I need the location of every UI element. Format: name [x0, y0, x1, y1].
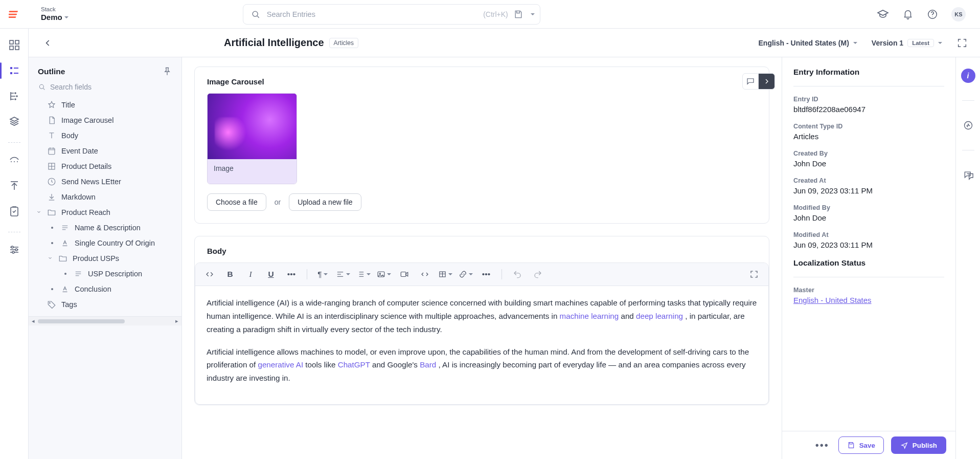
- chevron-down-icon[interactable]: [47, 254, 53, 263]
- bullet-icon: •: [49, 224, 55, 232]
- bell-icon[interactable]: [902, 9, 914, 20]
- rail-dashboard[interactable]: [8, 39, 20, 51]
- video-icon[interactable]: [397, 267, 412, 281]
- grid-icon: [47, 162, 56, 171]
- more-formatting-icon[interactable]: •••: [284, 267, 299, 281]
- info-tab-activity[interactable]: [961, 118, 975, 133]
- svg-point-25: [379, 273, 380, 274]
- rail-content-types[interactable]: [8, 90, 20, 102]
- outline-item-label: Product USPs: [73, 254, 119, 263]
- outline-h-scrollbar[interactable]: ◂ ▸: [29, 316, 181, 325]
- outline-item-tags[interactable]: Tags: [32, 297, 178, 312]
- modified-by-value: John Doe: [793, 213, 944, 222]
- scroll-left-icon[interactable]: ◂: [32, 318, 35, 324]
- rich-text-editor: B I U ••• ¶: [195, 263, 769, 405]
- outline-item-conclusion[interactable]: •Conclusion: [32, 281, 178, 297]
- code-view-icon[interactable]: [202, 267, 217, 281]
- paragraph-icon[interactable]: ¶: [315, 267, 330, 281]
- save-draft-icon[interactable]: [513, 9, 523, 19]
- link-generative-ai[interactable]: generative AI: [258, 360, 303, 369]
- image-icon[interactable]: [377, 267, 391, 281]
- outline-item-product-details[interactable]: Product Details: [32, 159, 178, 174]
- search-input[interactable]: [266, 10, 478, 19]
- info-rail: i: [955, 57, 980, 459]
- outline-search[interactable]: Search fields: [29, 80, 181, 97]
- back-button[interactable]: [41, 36, 55, 50]
- locale-picker[interactable]: English - United States (M): [759, 39, 857, 47]
- fullscreen-icon[interactable]: [956, 37, 968, 49]
- content-type-chip[interactable]: Articles: [329, 38, 358, 48]
- created-by-label: Created By: [793, 150, 944, 157]
- outline-item-product-usps[interactable]: Product USPs: [32, 251, 178, 266]
- chevron-down-icon[interactable]: [531, 13, 535, 17]
- outline-item-name-description[interactable]: •Name & Description: [32, 220, 178, 235]
- info-tab-discussion[interactable]: [961, 168, 975, 182]
- list-icon[interactable]: [356, 267, 371, 281]
- link-icon[interactable]: [459, 267, 473, 281]
- scroll-thumb[interactable]: [38, 319, 125, 323]
- content-type-id-label: Content Type ID: [793, 123, 944, 130]
- svg-point-28: [964, 122, 972, 129]
- link-machine-learning[interactable]: machine learning: [560, 312, 619, 320]
- table-icon[interactable]: [438, 267, 452, 281]
- align-icon[interactable]: [336, 267, 350, 281]
- image-carousel-label: Image Carousel: [207, 77, 757, 86]
- global-search[interactable]: (Ctrl+K): [243, 4, 540, 25]
- more-actions-icon[interactable]: •••: [813, 438, 831, 453]
- version-picker[interactable]: Version 1 Latest: [872, 39, 942, 47]
- outline-item-image-carousel[interactable]: Image Carousel: [32, 113, 178, 128]
- link-chatgpt[interactable]: ChatGPT: [338, 360, 370, 369]
- rail-publish-queue[interactable]: [8, 180, 20, 192]
- publish-button[interactable]: Publish: [891, 436, 946, 454]
- link-bard[interactable]: Bard: [420, 360, 436, 369]
- chevron-down-icon[interactable]: [36, 208, 42, 216]
- app-logo[interactable]: [0, 9, 29, 20]
- help-icon[interactable]: [927, 9, 938, 20]
- outline-item-title[interactable]: Title: [32, 97, 178, 113]
- rail-tasks[interactable]: [8, 205, 20, 217]
- rail-releases[interactable]: [8, 154, 20, 166]
- outline-item-product-reach[interactable]: Product Reach: [32, 205, 178, 220]
- italic-icon[interactable]: I: [243, 267, 258, 281]
- rte-content[interactable]: Artificial intelligence (AI) is a wide-r…: [195, 286, 768, 404]
- outline-item-label: Product Details: [61, 162, 111, 170]
- outline-item-label: Single Country Of Origin: [75, 239, 155, 247]
- user-avatar[interactable]: KS: [951, 7, 966, 21]
- image-tile[interactable]: Image: [207, 93, 297, 184]
- bold-icon[interactable]: B: [223, 267, 237, 281]
- master-locale-link[interactable]: English - United States: [793, 296, 872, 304]
- rte-fullscreen-icon[interactable]: [747, 267, 761, 281]
- outline-item-event-date[interactable]: Event Date: [32, 143, 178, 159]
- link-deep-learning[interactable]: deep learning: [636, 312, 683, 320]
- scroll-right-icon[interactable]: ▸: [175, 318, 178, 324]
- svg-point-10: [16, 96, 17, 97]
- info-tab-info[interactable]: i: [961, 69, 975, 83]
- redo-icon[interactable]: [531, 267, 545, 281]
- outline-item-send-news-letter[interactable]: Send News LEtter: [32, 174, 178, 189]
- embed-icon[interactable]: [418, 267, 432, 281]
- pin-icon[interactable]: [162, 67, 172, 77]
- master-label: Master: [793, 287, 944, 294]
- file-icon: [47, 116, 56, 125]
- underline-icon[interactable]: U: [264, 267, 278, 281]
- download-icon: [47, 192, 56, 202]
- expand-field-icon[interactable]: [759, 73, 775, 90]
- svg-point-16: [11, 246, 13, 248]
- save-button[interactable]: Save: [838, 436, 884, 454]
- graduation-cap-icon[interactable]: [877, 8, 889, 20]
- outline-item-markdown[interactable]: Markdown: [32, 189, 178, 205]
- comments-icon[interactable]: [742, 73, 759, 90]
- rail-entries[interactable]: [8, 64, 20, 77]
- folder-icon: [58, 254, 67, 263]
- undo-icon[interactable]: [510, 267, 525, 281]
- choose-file-button[interactable]: Choose a file: [207, 193, 266, 211]
- stack-picker[interactable]: Stack Demo: [41, 6, 69, 21]
- more-tools-icon[interactable]: •••: [479, 267, 493, 281]
- outline-item-usp-description[interactable]: •USP Description: [32, 266, 178, 281]
- upload-file-button[interactable]: Upload a new file: [289, 193, 361, 211]
- outline-item-single-country-of-origin[interactable]: •Single Country Of Origin: [32, 235, 178, 251]
- rail-settings[interactable]: [8, 244, 20, 256]
- svg-point-9: [15, 93, 16, 94]
- outline-item-body[interactable]: Body: [32, 128, 178, 143]
- rail-assets[interactable]: [8, 116, 20, 128]
